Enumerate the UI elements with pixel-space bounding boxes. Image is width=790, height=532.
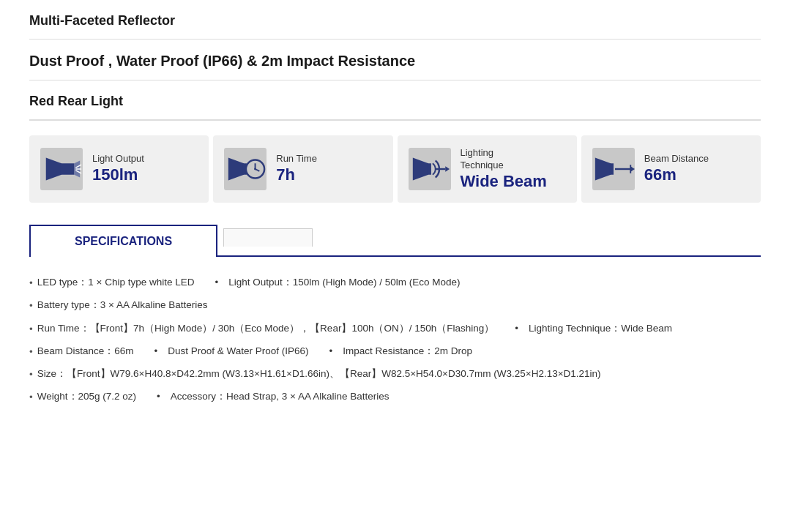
stat-card-beam-distance: Beam Distance 66m [581,135,761,203]
beam-distance-label: Beam Distance [644,153,709,165]
feature2-title: Dust Proof , Water Proof (IP66) & 2m Imp… [29,40,761,80]
lighting-technique-label: Lighting Technique [461,147,547,172]
stat-card-light-output: Light Output 150lm [29,135,209,203]
spec-item: LED type：1 × Chip type white LED • Light… [29,271,761,294]
svg-rect-16 [427,163,431,174]
light-output-value: 150lm [92,165,144,184]
tab-inactive[interactable] [223,228,313,247]
lighting-technique-icon [408,147,452,191]
tab-specifications[interactable]: SPECIFICATIONS [29,225,217,257]
beam-distance-value: 66m [644,165,709,184]
svg-rect-2 [60,163,74,174]
stat-card-lighting-technique: Lighting Technique Wide Beam [398,135,577,203]
spec-item: Battery type：3 × AA Alkaline Batteries [29,294,761,317]
beam-distance-icon [592,147,636,191]
run-time-value: 7h [276,165,317,184]
stat-text-run-time: Run Time 7h [276,153,317,184]
spec-item: Run Time：【Front】7h（High Mode）/ 30h（Eco M… [29,318,761,340]
svg-point-13 [254,168,256,171]
spec-item: Beam Distance：66m • Dust Proof & Water P… [29,340,761,363]
stat-card-run-time: Run Time 7h [213,135,392,203]
lighting-technique-value: Wide Beam [461,172,547,191]
spec-item: Weight：205g (7.2 oz) • Accessory：Head St… [29,386,761,408]
specs-tab-bar: SPECIFICATIONS [29,225,761,257]
feature3-title: Red Rear Light [29,80,761,120]
stats-container: Light Output 150lm Run Time 7h [29,135,761,203]
svg-rect-21 [609,163,614,174]
light-output-icon [40,147,83,191]
feature1-title: Multi-Faceted Reflector [29,0,761,40]
specs-list: LED type：1 × Chip type white LED • Light… [29,271,761,409]
stat-text-beam-distance: Beam Distance 66m [644,153,709,184]
stat-text-lighting-technique: Lighting Technique Wide Beam [461,147,547,191]
light-output-label: Light Output [92,153,144,165]
spec-item: Size：【Front】W79.6×H40.8×D42.2mm (W3.13×H… [29,363,761,386]
stat-text-light-output: Light Output 150lm [92,153,144,184]
run-time-icon [223,147,267,191]
run-time-label: Run Time [276,153,317,165]
